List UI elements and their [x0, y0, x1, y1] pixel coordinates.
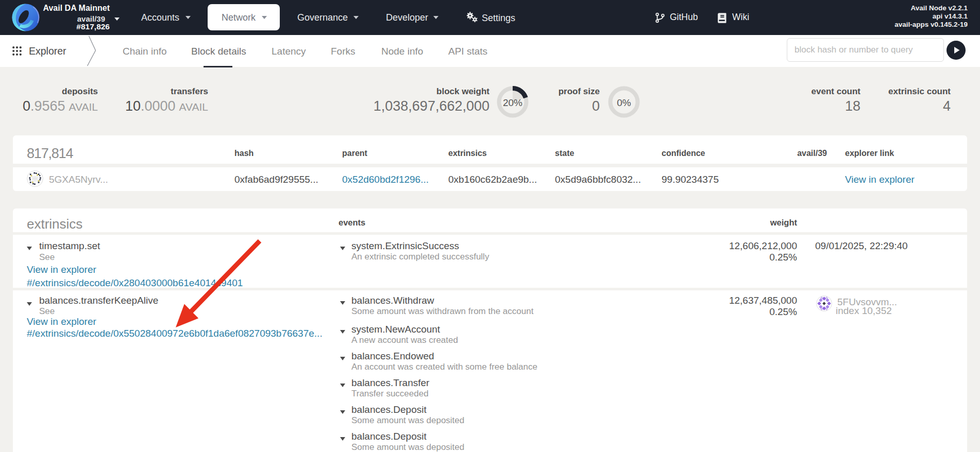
deposits-unit: AVAIL — [69, 101, 98, 113]
menu-network-label: Network — [222, 13, 256, 22]
parent-hash-link[interactable]: 0x52d60bd2f1296... — [342, 175, 429, 184]
col-explorer-link: explorer link — [845, 149, 894, 158]
wiki-book-icon — [718, 12, 728, 24]
signer-identicon[interactable] — [816, 295, 832, 311]
api-version: api v14.3.1 — [894, 12, 968, 21]
event-2-1-name[interactable]: balances.Withdraw — [351, 295, 434, 305]
event-2-2-name[interactable]: system.NewAccount — [351, 324, 440, 334]
col-hash: hash — [234, 149, 254, 158]
tab-latency[interactable]: Latency — [272, 46, 306, 57]
event-2-4-expander-icon[interactable] — [340, 384, 345, 387]
play-icon — [947, 41, 966, 60]
event-2-6-expander-icon[interactable] — [340, 437, 345, 441]
chain-selector[interactable]: Avail DA Mainnet avail/39 #817,826 — [47, 0, 110, 35]
tab-forks[interactable]: Forks — [331, 46, 356, 57]
chain-selector-caret-icon — [114, 18, 120, 21]
extrinsic-2-see: See — [39, 307, 55, 316]
signer-index: index 10,352 — [836, 306, 892, 316]
menu-governance[interactable]: Governance — [297, 13, 348, 22]
block-author-identicon[interactable] — [27, 170, 43, 187]
tab-node-info[interactable]: Node info — [381, 46, 423, 57]
menu-network[interactable]: Network — [208, 4, 280, 30]
col-weight: weight — [770, 218, 797, 227]
col-confidence: confidence — [662, 149, 705, 158]
block-number-heading: 817,814 — [27, 147, 73, 161]
network-caret-icon — [262, 16, 267, 19]
extrinsic-2-method[interactable]: balances.transferKeepAlive — [39, 295, 158, 305]
extrinsic-1-view-link[interactable]: View in explorer — [27, 265, 96, 274]
event-2-6-desc: Some amount was deposited — [351, 443, 464, 451]
transfers-value: 10.0000AVAIL — [125, 98, 208, 114]
best-block-number: #817,826 — [76, 23, 110, 31]
chain-name: Avail DA Mainnet — [43, 4, 110, 12]
col-extrinsics: extrinsics — [448, 149, 487, 158]
extrinsics-table-header — [13, 208, 967, 232]
event-2-2-expander-icon[interactable] — [340, 330, 345, 334]
extrinsic-1-weight-pct: 0.25% — [769, 252, 797, 262]
event-1-1-expander-icon[interactable] — [340, 247, 345, 250]
top-navigation-bar: Avail DA Mainnet avail/39 #817,826 Accou… — [0, 0, 980, 35]
view-in-explorer-link[interactable]: View in explorer — [845, 175, 915, 184]
extrinsics-title: extrinsics — [27, 217, 82, 231]
transfers-label: transfers — [171, 86, 208, 97]
event-2-1-desc: Some amount was withdrawn from the accou… — [351, 307, 533, 316]
github-branch-icon — [655, 12, 665, 24]
query-submit-button[interactable] — [947, 41, 966, 60]
event-1-1-name[interactable]: system.ExtrinsicSuccess — [351, 241, 459, 251]
event-2-5-expander-icon[interactable] — [340, 410, 345, 414]
section-divider — [85, 35, 97, 67]
wiki-label: Wiki — [732, 13, 749, 22]
transfers-int: 10 — [125, 98, 141, 114]
event-2-1-expander-icon[interactable] — [340, 301, 345, 305]
event-2-4-desc: Transfer succeeded — [351, 389, 429, 398]
event-2-5-name[interactable]: balances.Deposit — [351, 405, 427, 414]
block-author-account[interactable]: 5GXA5Nyrv... — [49, 175, 108, 184]
event-2-3-name[interactable]: balances.Endowed — [351, 351, 434, 361]
governance-caret-icon — [353, 16, 359, 19]
extrinsic-1-decode-link[interactable]: #/extrinsics/decode/0x280403000b61e4014c… — [27, 278, 243, 288]
node-version-info: Avail Node v2.2.1 api v14.3.1 avail-apps… — [894, 4, 968, 29]
proof-size-percent: 0% — [608, 97, 640, 109]
block-weight-label: block weight — [436, 86, 489, 97]
extrinsic-1-weight: 12,606,212,000 — [729, 241, 797, 251]
github-label: GitHub — [670, 13, 698, 22]
block-query-input[interactable] — [787, 38, 944, 62]
extrinsic-count-label: extrinsic count — [888, 86, 951, 97]
developer-caret-icon — [433, 16, 438, 19]
apps-grid-icon[interactable] — [12, 46, 22, 56]
proof-size-donut: 0% — [608, 86, 640, 118]
event-2-5-desc: Some amount was deposited — [351, 416, 464, 425]
block-weight-donut: 20% — [497, 86, 529, 118]
event-count-value: 18 — [845, 98, 860, 114]
menu-settings-label: Settings — [482, 13, 515, 23]
event-2-3-expander-icon[interactable] — [340, 357, 345, 360]
event-2-2-desc: A new account was created — [351, 336, 458, 344]
event-2-4-name[interactable]: balances.Transfer — [351, 378, 429, 388]
tab-api-stats[interactable]: API stats — [448, 46, 487, 57]
proof-size-value: 0 — [592, 98, 600, 114]
block-weight-percent: 20% — [497, 97, 529, 109]
extrinsic-1-timestamp: 09/01/2025, 22:29:40 — [815, 241, 908, 251]
event-1-1-desc: An extrinsic completed successfully — [351, 252, 489, 261]
runtime-version: avail/39 — [77, 15, 105, 23]
extrinsic-1-method[interactable]: timestamp.set — [39, 241, 100, 251]
menu-developer[interactable]: Developer — [386, 13, 428, 22]
tab-block-details[interactable]: Block details — [191, 46, 246, 57]
tab-chain-info[interactable]: Chain info — [123, 46, 167, 57]
extrinsic-2-decode-link[interactable]: #/extrinsics/decode/0x55028400972e6b0f1d… — [27, 328, 323, 338]
col-events: events — [339, 218, 365, 227]
settings-gear-icon — [466, 11, 479, 23]
col-parent: parent — [342, 149, 367, 158]
extrinsic-1-expander-icon[interactable] — [27, 247, 32, 250]
accounts-caret-icon — [185, 16, 191, 19]
menu-accounts[interactable]: Accounts — [141, 13, 179, 22]
avail-logo[interactable] — [12, 4, 40, 31]
extrinsic-count-value: 4 — [943, 98, 951, 114]
active-tab-underline — [204, 66, 232, 67]
col-state: state — [555, 149, 574, 158]
extrinsic-2-weight-pct: 0.25% — [769, 307, 797, 317]
extrinsic-2-view-link[interactable]: View in explorer — [27, 317, 96, 326]
extrinsics-root-value: 0xb160c62b2ae9b... — [448, 175, 537, 184]
event-2-6-name[interactable]: balances.Deposit — [351, 431, 427, 441]
extrinsic-2-expander-icon[interactable] — [27, 302, 32, 306]
